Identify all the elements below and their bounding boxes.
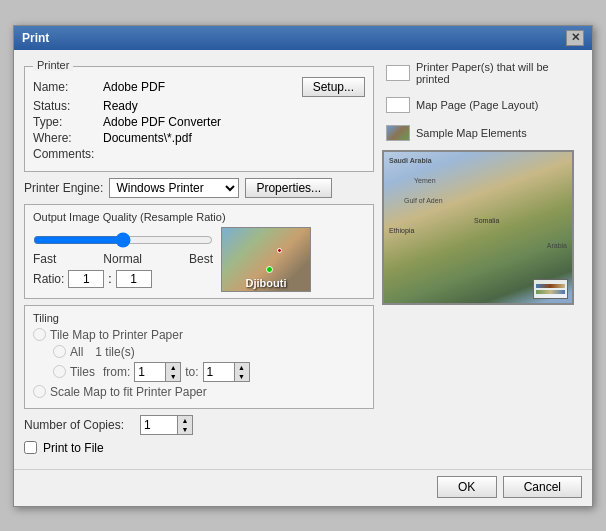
bottom-buttons: OK Cancel: [14, 469, 592, 506]
printer-paper-swatch: [386, 65, 410, 81]
printer-paper-label: Printer Paper(s) that will be printed: [416, 61, 578, 85]
map-label-yemen: Yemen: [414, 177, 436, 184]
ratio-label: Ratio:: [33, 272, 64, 286]
to-label: to:: [185, 365, 198, 379]
map-dot-green: [266, 266, 273, 273]
slider-labels: Fast Normal Best: [33, 252, 213, 266]
quality-slider[interactable]: [33, 231, 213, 249]
tile-from-spinner: ▲ ▼: [165, 363, 180, 381]
comments-label: Comments:: [33, 147, 103, 161]
tile-option4-row: Scale Map to fit Printer Paper: [33, 385, 365, 399]
tile-option1-label: Tile Map to Printer Paper: [50, 328, 183, 342]
tile-count-value: 1 tile(s): [95, 345, 134, 359]
ratio-row: Ratio: :: [33, 270, 213, 288]
tile-all-label: All: [70, 345, 83, 359]
copies-wrap: ▲ ▼: [140, 415, 193, 435]
large-map: Saudi Arabia Yemen Gulf of Aden Ethiopia…: [382, 150, 574, 305]
ratio-colon: :: [108, 272, 111, 286]
where-value: Documents\*.pdf: [103, 131, 192, 145]
map-page-label: Map Page (Page Layout): [416, 99, 538, 111]
print-to-file-label: Print to File: [43, 441, 104, 455]
type-value: Adobe PDF Converter: [103, 115, 221, 129]
tile-from-down[interactable]: ▼: [166, 372, 180, 381]
ratio-input-2[interactable]: [116, 270, 152, 288]
type-row: Type: Adobe PDF Converter: [33, 115, 365, 129]
tile-to-wrap: ▲ ▼: [203, 362, 250, 382]
engine-select[interactable]: Windows Printer PostScript: [109, 178, 239, 198]
title-bar: Print ✕: [14, 26, 592, 50]
quality-section: Output Image Quality (Resample Ratio) Fa…: [24, 204, 374, 299]
from-label: from:: [103, 365, 130, 379]
printer-name-value: Adobe PDF: [103, 80, 165, 94]
engine-row: Printer Engine: Windows Printer PostScri…: [24, 178, 374, 198]
print-dialog: Print ✕ Printer Name: Adobe PDF Setup...…: [13, 25, 593, 507]
status-row: Status: Ready: [33, 99, 365, 113]
left-panel: Printer Name: Adobe PDF Setup... Status:…: [24, 58, 374, 461]
comments-row: Comments:: [33, 147, 365, 161]
sample-map-swatch: [386, 125, 410, 141]
where-row: Where: Documents\*.pdf: [33, 131, 365, 145]
normal-label: Normal: [103, 252, 142, 266]
legend-bar: [536, 284, 565, 288]
sample-map-label: Sample Map Elements: [416, 127, 527, 139]
tiling-title: Tiling: [33, 312, 365, 324]
type-label: Type:: [33, 115, 103, 129]
right-panel: Printer Paper(s) that will be printed Ma…: [382, 58, 582, 461]
legend-map-page: Map Page (Page Layout): [382, 94, 582, 116]
properties-button[interactable]: Properties...: [245, 178, 332, 198]
fast-label: Fast: [33, 252, 56, 266]
copies-down[interactable]: ▼: [178, 425, 192, 434]
tile-to-up[interactable]: ▲: [235, 363, 249, 372]
dialog-body: Printer Name: Adobe PDF Setup... Status:…: [14, 50, 592, 469]
tile-option2-radio[interactable]: [53, 345, 66, 358]
ratio-input-1[interactable]: [68, 270, 104, 288]
legend-sample-map: Sample Map Elements: [382, 122, 582, 144]
map-label-arabia: Arabia: [547, 242, 567, 249]
print-to-file-row: Print to File: [24, 441, 374, 455]
tile-option2-row: All 1 tile(s): [53, 345, 365, 359]
tile-option3-row: Tiles from: ▲ ▼ to: ▲ ▼: [53, 362, 365, 382]
tile-option1-row: Tile Map to Printer Paper: [33, 328, 365, 342]
tile-from-input[interactable]: [135, 364, 165, 380]
tile-from-up[interactable]: ▲: [166, 363, 180, 372]
best-label: Best: [189, 252, 213, 266]
map-label-saudi: Saudi Arabia: [389, 157, 432, 164]
tile-to-down[interactable]: ▼: [235, 372, 249, 381]
copies-input[interactable]: [141, 417, 177, 433]
copies-label: Number of Copies:: [24, 418, 134, 432]
map-legend-box: [533, 279, 568, 299]
legend-printer-paper: Printer Paper(s) that will be printed: [382, 58, 582, 88]
map-label-gulf: Gulf of Aden: [404, 197, 443, 204]
tile-to-spinner: ▲ ▼: [234, 363, 249, 381]
tiles-label: Tiles: [70, 365, 95, 379]
ok-button[interactable]: OK: [437, 476, 497, 498]
copies-row: Number of Copies: ▲ ▼: [24, 415, 374, 435]
copies-spinner: ▲ ▼: [177, 416, 192, 434]
dialog-title: Print: [22, 31, 49, 45]
quality-title: Output Image Quality (Resample Ratio): [33, 211, 365, 223]
tile-option1-radio[interactable]: [33, 328, 46, 341]
tile-to-input[interactable]: [204, 364, 234, 380]
tile-from-wrap: ▲ ▼: [134, 362, 181, 382]
tile-option4-label: Scale Map to fit Printer Paper: [50, 385, 207, 399]
tiling-section: Tiling Tile Map to Printer Paper All 1 t…: [24, 305, 374, 409]
status-label: Status:: [33, 99, 103, 113]
map-thumb-label: Djibouti: [246, 277, 287, 289]
name-row: Name: Adobe PDF Setup...: [33, 77, 365, 97]
print-to-file-checkbox[interactable]: [24, 441, 37, 454]
printer-group-label: Printer: [33, 59, 73, 71]
copies-up[interactable]: ▲: [178, 416, 192, 425]
setup-button[interactable]: Setup...: [302, 77, 365, 97]
map-label-ethiopia: Ethiopia: [389, 227, 414, 234]
close-button[interactable]: ✕: [566, 30, 584, 46]
tile-option4-radio[interactable]: [33, 385, 46, 398]
map-page-swatch: [386, 97, 410, 113]
legend-inner: [534, 280, 567, 298]
where-label: Where:: [33, 131, 103, 145]
map-label-somalia: Somalia: [474, 217, 499, 224]
legend-bar-2: [536, 290, 565, 294]
cancel-button[interactable]: Cancel: [503, 476, 582, 498]
engine-label: Printer Engine:: [24, 181, 103, 195]
tile-option3-radio[interactable]: [53, 365, 66, 378]
printer-group: Printer Name: Adobe PDF Setup... Status:…: [24, 66, 374, 172]
